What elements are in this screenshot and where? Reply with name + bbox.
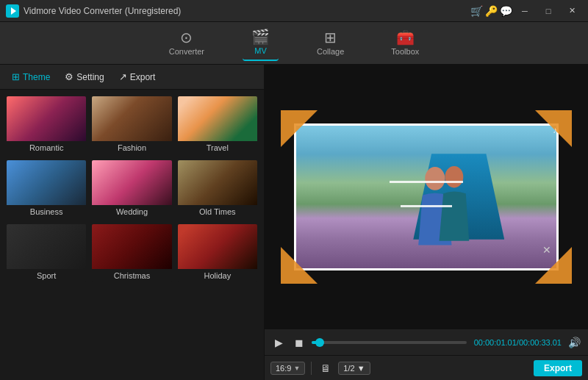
export-icon: ↗ (119, 71, 127, 82)
theme-oldtimes[interactable]: Old Times (177, 159, 258, 219)
theme-fashion[interactable]: Fashion (91, 96, 172, 155)
toolbox-icon: 🧰 (396, 30, 415, 45)
progress-thumb[interactable] (315, 338, 324, 347)
romantic-thumb-overlay (7, 96, 86, 141)
cart-icon[interactable]: 🛒 (470, 5, 482, 17)
holiday-thumb-overlay (178, 224, 257, 269)
theme-sport[interactable]: Sport (6, 223, 87, 283)
wedding-thumb-overlay (92, 160, 171, 205)
title-bar: Vidmore Video Converter (Unregistered) 🛒… (0, 0, 588, 22)
ratio-caret-icon: ▼ (293, 365, 300, 372)
tab-converter[interactable]: ⊙ Converter (160, 26, 213, 60)
stop-button[interactable]: ◼ (291, 334, 307, 351)
theme-button[interactable]: ⊞ Theme (6, 68, 56, 85)
key-icon[interactable]: 🔑 (485, 5, 497, 17)
nav-bar: ⊙ Converter 🎬 MV ⊞ Collage 🧰 Toolbox (0, 22, 588, 65)
page-caret-icon: ▼ (357, 364, 365, 373)
preview-text-line-1 (390, 181, 463, 183)
preview-area: ♪ ✕ (265, 65, 588, 329)
window-controls: 🛒 🔑 💬 ─ □ ✕ (470, 4, 582, 18)
export-sub-button[interactable]: ↗ Export (113, 68, 162, 85)
chat-icon[interactable]: 💬 (500, 5, 512, 17)
theme-wedding[interactable]: Wedding (91, 159, 172, 219)
controls-bar2: 16:9 ▼ 🖥 1/2 ▼ Export (265, 355, 588, 380)
travel-thumb-overlay (178, 96, 257, 141)
corner-tl-decoration (281, 110, 325, 154)
mv-icon: 🎬 (251, 29, 270, 44)
app-title: Vidmore Video Converter (Unregistered) (24, 6, 470, 16)
minimize-button[interactable]: ─ (514, 4, 535, 18)
theme-grid: Romantic Fashion Travel Business (0, 90, 264, 380)
ratio-select[interactable]: 16:9 ▼ (270, 362, 305, 375)
svg-marker-4 (281, 247, 318, 284)
fashion-thumb-overlay (92, 96, 171, 141)
tab-collage[interactable]: ⊞ Collage (308, 26, 353, 60)
corner-bl-decoration (281, 240, 325, 284)
volume-indicator-icon: ♪ (553, 125, 557, 135)
setting-icon: ⚙ (65, 71, 74, 82)
christmas-thumb-overlay (92, 224, 171, 269)
theme-christmas[interactable]: Christmas (91, 223, 172, 283)
collage-icon: ⊞ (324, 30, 337, 45)
tab-toolbox[interactable]: 🧰 Toolbox (382, 26, 428, 60)
theme-icon: ⊞ (12, 71, 20, 82)
preview-close-icon[interactable]: ✕ (542, 244, 551, 256)
svg-point-7 (445, 166, 464, 187)
sub-toolbar: ⊞ Theme ⚙ Setting ↗ Export (0, 65, 264, 90)
controls-bar: ▶ ◼ 00:00:01.01/00:00:33.01 🔊 (265, 329, 588, 355)
app-logo-icon (6, 4, 19, 18)
export-button[interactable]: Export (534, 360, 582, 376)
monitor-icon: 🖥 (318, 360, 334, 376)
sport-thumb-overlay (7, 224, 86, 269)
left-panel: ⊞ Theme ⚙ Setting ↗ Export Romantic (0, 65, 265, 380)
svg-marker-2 (281, 110, 318, 147)
theme-travel[interactable]: Travel (177, 96, 258, 155)
theme-holiday[interactable]: Holiday (177, 223, 258, 283)
corner-tr-decoration (528, 110, 572, 154)
maximize-button[interactable]: □ (538, 4, 559, 18)
couple-figure (374, 154, 504, 254)
business-thumb-overlay (7, 160, 86, 205)
main-area: ⊞ Theme ⚙ Setting ↗ Export Romantic (0, 65, 588, 380)
divider (311, 362, 312, 375)
setting-button[interactable]: ⚙ Setting (59, 68, 110, 85)
svg-marker-5 (535, 247, 572, 284)
progress-bar[interactable] (312, 341, 467, 344)
svg-point-6 (425, 167, 445, 190)
preview-video (296, 126, 556, 268)
play-button[interactable]: ▶ (270, 334, 287, 351)
tab-mv[interactable]: 🎬 MV (243, 25, 279, 61)
theme-romantic[interactable]: Romantic (6, 96, 87, 155)
page-select[interactable]: 1/2 ▼ (338, 362, 370, 375)
time-display: 00:00:01.01/00:00:33.01 (474, 338, 562, 347)
close-button[interactable]: ✕ (562, 4, 582, 18)
converter-icon: ⊙ (180, 30, 193, 45)
theme-business[interactable]: Business (6, 159, 87, 219)
right-panel: ♪ ✕ ▶ ◼ 00:00:01.01/00:00:33.01 🔊 16:9 ▼ (265, 65, 588, 380)
preview-text-line-2 (401, 205, 452, 207)
preview-frame: ♪ ✕ (287, 116, 566, 278)
oldtimes-thumb-overlay (178, 160, 257, 205)
volume-button[interactable]: 🔊 (566, 334, 582, 351)
